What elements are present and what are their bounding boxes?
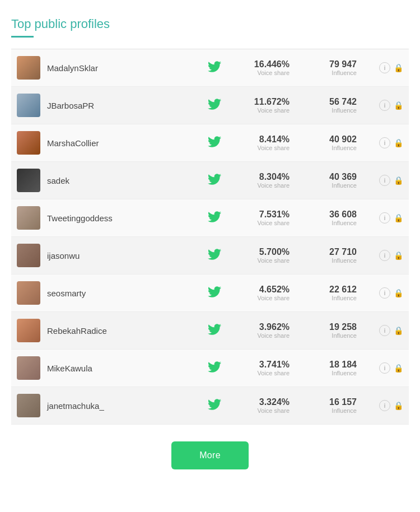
voice-share-value: 5.700%: [239, 247, 290, 257]
influence-value: 79 947: [306, 59, 357, 69]
table-row: janetmachuka_ 3.324% Voice share 16 157 …: [11, 387, 409, 425]
voice-share-label: Voice share: [239, 370, 290, 376]
voice-share-value: 8.414%: [239, 134, 290, 145]
influence-label: Influence: [306, 295, 357, 301]
lock-icon: 🔒: [394, 251, 403, 260]
twitter-icon: [207, 360, 222, 376]
influence-label: Influence: [306, 220, 357, 226]
table-row: JBarbosaPR 11.672% Voice share 56 742 In…: [11, 87, 409, 124]
avatar: [17, 131, 40, 155]
influence-stat: 40 369 Influence: [306, 172, 357, 189]
voice-share-label: Voice share: [239, 69, 290, 76]
voice-share-stat: 5.700% Voice share: [239, 247, 290, 264]
info-icon[interactable]: i: [379, 362, 390, 374]
influence-label: Influence: [306, 182, 357, 189]
influence-stat: 40 902 Influence: [306, 134, 357, 151]
influence-value: 18 184: [306, 360, 357, 370]
avatar: [17, 94, 40, 117]
voice-share-value: 16.446%: [239, 59, 290, 69]
info-icon[interactable]: i: [379, 250, 390, 261]
voice-share-stat: 7.531% Voice share: [239, 210, 290, 226]
profile-name: Tweetinggoddess: [47, 213, 207, 223]
profile-name: janetmachuka_: [47, 401, 207, 411]
influence-stat: 79 947 Influence: [306, 59, 357, 76]
info-icon[interactable]: i: [379, 137, 390, 148]
influence-label: Influence: [306, 370, 357, 376]
influence-value: 22 612: [306, 285, 357, 295]
title-underline: [11, 36, 34, 38]
influence-stat: 16 157 Influence: [306, 397, 357, 414]
influence-label: Influence: [306, 145, 357, 151]
lock-icon: 🔒: [394, 176, 403, 185]
more-section: More: [11, 441, 409, 469]
voice-share-stat: 11.672% Voice share: [239, 97, 290, 114]
voice-share-label: Voice share: [239, 257, 290, 264]
info-icon[interactable]: i: [379, 62, 390, 73]
voice-share-value: 8.304%: [239, 172, 290, 182]
influence-label: Influence: [306, 332, 357, 339]
table-row: sadek 8.304% Voice share 40 369 Influenc…: [11, 162, 409, 199]
action-icons: i 🔒: [379, 62, 403, 73]
influence-stat: 36 608 Influence: [306, 210, 357, 226]
lock-icon: 🔒: [394, 288, 403, 297]
table-row: ijasonwu 5.700% Voice share 27 710 Influ…: [11, 237, 409, 274]
lock-icon: 🔒: [394, 138, 403, 147]
twitter-icon: [207, 97, 222, 113]
more-button[interactable]: More: [171, 441, 249, 469]
influence-value: 36 608: [306, 210, 357, 220]
lock-icon: 🔒: [394, 326, 403, 335]
lock-icon: 🔒: [394, 401, 403, 410]
influence-label: Influence: [306, 69, 357, 76]
voice-share-label: Voice share: [239, 145, 290, 151]
info-icon[interactable]: i: [379, 100, 390, 111]
twitter-icon: [207, 135, 222, 151]
twitter-icon: [207, 323, 222, 338]
avatar: [17, 281, 40, 305]
avatar: [17, 319, 40, 342]
profile-name: RebekahRadice: [47, 326, 207, 336]
info-icon[interactable]: i: [379, 175, 390, 186]
twitter-icon: [207, 173, 222, 188]
lock-icon: 🔒: [394, 213, 403, 222]
info-icon[interactable]: i: [379, 325, 390, 336]
twitter-icon: [207, 210, 222, 226]
table-row: Tweetinggoddess 7.531% Voice share 36 60…: [11, 199, 409, 237]
influence-value: 40 369: [306, 172, 357, 182]
influence-value: 27 710: [306, 247, 357, 257]
action-icons: i 🔒: [379, 175, 403, 186]
influence-value: 56 742: [306, 97, 357, 107]
influence-label: Influence: [306, 107, 357, 114]
info-icon[interactable]: i: [379, 212, 390, 224]
avatar: [17, 244, 40, 267]
table-row: MikeKawula 3.741% Voice share 18 184 Inf…: [11, 350, 409, 387]
voice-share-label: Voice share: [239, 407, 290, 414]
influence-value: 19 258: [306, 322, 357, 332]
info-icon[interactable]: i: [379, 287, 390, 299]
stats-group: 16.446% Voice share 79 947 Influence i 🔒: [239, 59, 403, 76]
voice-share-label: Voice share: [239, 332, 290, 339]
info-icon[interactable]: i: [379, 400, 390, 411]
action-icons: i 🔒: [379, 100, 403, 111]
action-icons: i 🔒: [379, 400, 403, 411]
voice-share-value: 7.531%: [239, 210, 290, 220]
influence-stat: 18 184 Influence: [306, 360, 357, 376]
action-icons: i 🔒: [379, 212, 403, 224]
influence-value: 40 902: [306, 134, 357, 145]
profile-name: JBarbosaPR: [47, 101, 207, 110]
avatar: [17, 206, 40, 230]
twitter-icon: [207, 248, 222, 263]
voice-share-label: Voice share: [239, 107, 290, 114]
voice-share-label: Voice share: [239, 182, 290, 189]
action-icons: i 🔒: [379, 137, 403, 148]
action-icons: i 🔒: [379, 325, 403, 336]
profile-name: sadek: [47, 176, 207, 185]
lock-icon: 🔒: [394, 364, 403, 373]
table-row: MadalynSklar 16.446% Voice share 79 947 …: [11, 49, 409, 87]
influence-stat: 56 742 Influence: [306, 97, 357, 114]
voice-share-stat: 8.414% Voice share: [239, 134, 290, 151]
avatar: [17, 56, 40, 80]
profile-name: seosmarty: [47, 288, 207, 298]
stats-group: 8.304% Voice share 40 369 Influence i 🔒: [239, 172, 403, 189]
avatar: [17, 169, 40, 192]
stats-group: 5.700% Voice share 27 710 Influence i 🔒: [239, 247, 403, 264]
